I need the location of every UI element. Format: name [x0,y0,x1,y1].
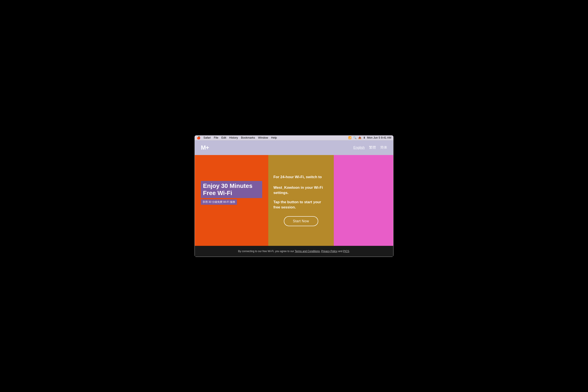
wifi-instructions-line2: West_Kowloon in your Wi-Fi settings. [273,185,329,196]
main-title-zh: 享用 30 分鐘免費 Wi-Fi 服務 [201,199,237,205]
menu-bar-right: 📶 🔍 📤 ⬇ Mon Jun 5 9:41 AM [348,136,391,139]
lang-traditional-chinese[interactable]: 繁體 [369,145,376,150]
search-icon[interactable]: 🔍 [353,136,357,139]
footer-text: By connecting to our free Wi-Fi, you agr… [201,250,387,253]
menu-item-safari[interactable]: Safari [203,136,211,139]
footer-and: and [337,250,343,253]
wifi-instructions-line1: For 24-hour Wi-Fi, switch to [273,174,329,180]
menu-bar: 🍎 Safari File Edit History Bookmarks Win… [195,135,393,140]
language-nav: English 繁體 简体 [353,145,387,150]
panel-gold: For 24-hour Wi-Fi, switch to West_Kowloo… [268,155,334,246]
panel-orange: Enjoy 30 Minutes Free Wi-Fi 享用 30 分鐘免費 W… [195,155,268,246]
tap-text: Tap the button to start your free sessio… [273,200,329,210]
start-now-button[interactable]: Start Now [284,216,318,226]
menu-item-bookmarks[interactable]: Bookmarks [241,136,255,139]
wifi-icon: 📶 [348,136,352,139]
pics-link[interactable]: PICS [343,250,349,253]
footer-comma: , [320,250,320,253]
title-block: Enjoy 30 Minutes Free Wi-Fi 享用 30 分鐘免費 W… [201,181,262,205]
menu-bar-left: 🍎 Safari File Edit History Bookmarks Win… [197,136,345,140]
main-title-en: Enjoy 30 Minutes Free Wi-Fi [201,181,262,198]
menu-item-file[interactable]: File [214,136,218,139]
gold-content: For 24-hour Wi-Fi, switch to West_Kowloo… [273,174,329,226]
share-icon[interactable]: 📤 [358,136,361,139]
site-footer: By connecting to our free Wi-Fi, you agr… [195,246,393,257]
download-icon[interactable]: ⬇ [363,136,365,139]
site-wrapper: M+ English 繁體 简体 Enjoy 30 Minutes Free W… [195,140,393,257]
panel-pink [334,155,393,246]
datetime: Mon Jun 5 9:41 AM [367,136,391,139]
lang-simplified-chinese[interactable]: 简体 [380,145,387,150]
footer-period: . [349,250,350,253]
menu-item-help[interactable]: Help [271,136,277,139]
color-panels: Enjoy 30 Minutes Free Wi-Fi 享用 30 分鐘免費 W… [195,155,393,246]
screen-wrapper: 🍎 Safari File Edit History Bookmarks Win… [195,135,393,257]
apple-icon: 🍎 [197,136,200,140]
terms-link[interactable]: Terms and Conditions [295,250,320,253]
menu-item-edit[interactable]: Edit [221,136,226,139]
browser-window: M+ English 繁體 简体 Enjoy 30 Minutes Free W… [195,140,393,257]
site-logo: M+ [201,144,209,151]
privacy-link[interactable]: Privacy Policy [321,250,337,253]
lang-english[interactable]: English [353,146,365,150]
menu-item-window[interactable]: Window [258,136,268,139]
site-header: M+ English 繁體 简体 [195,140,393,155]
footer-text-before: By connecting to our free Wi-Fi, you agr… [238,250,295,253]
menu-item-history[interactable]: History [229,136,238,139]
